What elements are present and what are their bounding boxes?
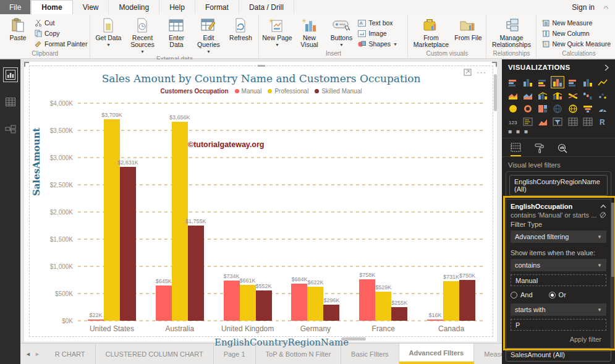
more-visuals-dots[interactable]: ■ ■ ■ <box>502 128 615 135</box>
copy-button[interactable]: Copy <box>35 28 87 38</box>
value2-input[interactable]: P <box>511 319 606 331</box>
new-measure-button[interactable]: ✳ New Measure <box>541 18 615 28</box>
multi-row-card-icon[interactable] <box>522 116 534 127</box>
bar-skilled-manual[interactable]: $1,755K <box>188 226 204 321</box>
visual-resize-handle[interactable] <box>258 65 265 67</box>
ribbon-tab-file[interactable]: File <box>0 0 31 14</box>
r-script-icon[interactable]: R <box>596 116 609 127</box>
ribbon-tab-home[interactable]: Home <box>31 0 72 14</box>
bar-skilled-manual[interactable]: $750K <box>459 280 475 321</box>
slicer-icon[interactable] <box>551 116 564 127</box>
condition1-dropdown[interactable]: contains ▼ <box>511 259 606 271</box>
bar-skilled-manual[interactable]: $552K <box>256 290 272 321</box>
waterfall-chart-icon[interactable] <box>582 90 594 101</box>
bar-professional[interactable]: $731K <box>443 281 459 321</box>
stacked-area-chart-icon[interactable] <box>522 90 534 101</box>
table-icon[interactable] <box>567 116 579 127</box>
clustered-column-chart-icon[interactable] <box>551 77 564 88</box>
kpi-icon[interactable] <box>537 116 549 127</box>
image-button[interactable]: Image <box>358 28 405 38</box>
100-stacked-bar-chart-icon[interactable] <box>567 77 579 88</box>
report-page[interactable]: ··· Sales Amount by Country Name and Cus… <box>24 62 497 342</box>
focus-mode-icon[interactable] <box>464 69 472 76</box>
scatter-chart-icon[interactable] <box>596 90 609 101</box>
bar-skilled-manual[interactable]: $2,831K <box>120 167 136 321</box>
stacked-bar-chart-icon[interactable] <box>507 77 519 88</box>
100-stacked-column-chart-icon[interactable] <box>582 77 594 88</box>
filter-type-dropdown[interactable]: Advanced filtering ▼ <box>511 231 606 243</box>
line-chart-icon[interactable] <box>596 77 609 88</box>
ribbon-tab-help[interactable]: Help <box>159 0 195 14</box>
from-file-button[interactable]: From File <box>452 16 483 41</box>
new-quick-measure-button[interactable]: ✳ New Quick Measure <box>541 39 615 49</box>
and-radio[interactable]: And <box>511 291 533 298</box>
collapse-panel-icon[interactable] <box>604 64 609 71</box>
report-view-button[interactable] <box>4 68 17 82</box>
buttons-button[interactable]: Buttons▼ <box>326 16 357 48</box>
new-column-button[interactable]: ✳ New Column <box>541 28 615 38</box>
funnel-icon[interactable] <box>582 103 594 114</box>
paste-button[interactable]: Paste <box>2 16 33 41</box>
chevron-up-icon[interactable] <box>600 205 606 208</box>
sign-in-link[interactable]: Sign in <box>572 3 595 12</box>
condition2-dropdown[interactable]: starts with ▼ <box>511 303 606 316</box>
legend-item-manual[interactable]: Manual <box>235 88 262 95</box>
horizontal-scrollbar[interactable] <box>341 337 366 341</box>
field-englishcountryregionname[interactable]: EnglishCountryRegionName (All) <box>509 175 608 196</box>
shapes-button[interactable]: Shapes▼ <box>358 39 405 49</box>
recent-sources-button[interactable]: Recent Sources▼ <box>125 16 159 55</box>
bar-manual[interactable]: $734K <box>224 281 240 321</box>
more-options-icon[interactable]: ··· <box>477 67 486 77</box>
refresh-button[interactable]: Refresh <box>225 16 256 41</box>
ribbon-tab-data-drill[interactable]: Data / Drill <box>239 0 294 14</box>
clustered-bar-chart-icon[interactable] <box>537 77 549 88</box>
edit-queries-button[interactable]: Edit Queries▼ <box>193 16 224 55</box>
matrix-icon[interactable] <box>582 116 594 127</box>
line-clustered-column-chart-icon[interactable] <box>551 90 564 101</box>
data-view-button[interactable] <box>4 95 17 109</box>
treemap-icon[interactable] <box>537 103 549 114</box>
ribbon-chart-icon[interactable] <box>567 90 579 101</box>
gauge-icon[interactable] <box>596 103 609 114</box>
card-icon[interactable]: 123 <box>507 116 519 127</box>
from-marketplace-button[interactable]: From Marketplace <box>410 16 451 48</box>
panel-scrollbar[interactable] <box>611 203 614 351</box>
clear-filter-icon[interactable] <box>600 212 606 218</box>
fields-pane-tab[interactable] <box>511 143 521 156</box>
cut-button[interactable]: Cut <box>35 18 87 28</box>
bar-manual[interactable]: $16K <box>427 320 443 321</box>
ribbon-tab-view[interactable]: View <box>73 0 109 14</box>
stacked-column-chart-icon[interactable] <box>522 77 534 88</box>
bar-professional[interactable]: $661K <box>240 285 256 321</box>
analytics-pane-tab[interactable] <box>558 143 568 156</box>
get-data-button[interactable]: Get Data▼ <box>93 16 124 48</box>
new-page-button[interactable]: ✳ New Page▼ <box>261 16 292 48</box>
bar-manual[interactable]: $758K <box>359 279 375 321</box>
donut-chart-icon[interactable] <box>522 103 534 114</box>
model-view-button[interactable] <box>4 122 17 136</box>
new-visual-button[interactable]: ✳ New Visual <box>294 16 324 48</box>
vertical-scrollbar[interactable] <box>494 74 497 111</box>
bar-manual[interactable]: $645K <box>156 286 172 321</box>
clustered-column-chart-visual[interactable]: ··· Sales Amount by Country Name and Cus… <box>29 66 493 337</box>
bar-professional[interactable]: $3,709K <box>104 119 120 321</box>
text-box-button[interactable]: A Text box <box>358 18 405 28</box>
pie-chart-icon[interactable] <box>507 103 519 114</box>
legend-item-skilled-manual[interactable]: Skilled Manual <box>315 88 362 95</box>
legend-item-professional[interactable]: Professional <box>268 88 308 95</box>
bar-professional[interactable]: $529K <box>375 292 391 321</box>
map-icon[interactable] <box>551 103 564 114</box>
bar-skilled-manual[interactable]: $255K <box>391 307 407 321</box>
manage-relationships-button[interactable]: Manage Relationships <box>489 16 533 48</box>
ribbon-tab-format[interactable]: Format <box>195 0 239 14</box>
bar-manual[interactable]: $22K <box>88 320 104 321</box>
line-stacked-column-chart-icon[interactable] <box>537 90 549 101</box>
bar-professional[interactable]: $622K <box>307 287 323 321</box>
field-salesamount[interactable]: SalesAmount (All) <box>506 348 611 362</box>
format-painter-button[interactable]: Format Painter <box>35 39 87 49</box>
filled-map-icon[interactable] <box>567 103 579 114</box>
apply-filter-link[interactable]: Apply filter <box>511 331 606 347</box>
bar-manual[interactable]: $684K <box>291 284 307 321</box>
format-pane-tab[interactable] <box>535 143 544 156</box>
bar-skilled-manual[interactable]: $296K <box>323 305 339 321</box>
